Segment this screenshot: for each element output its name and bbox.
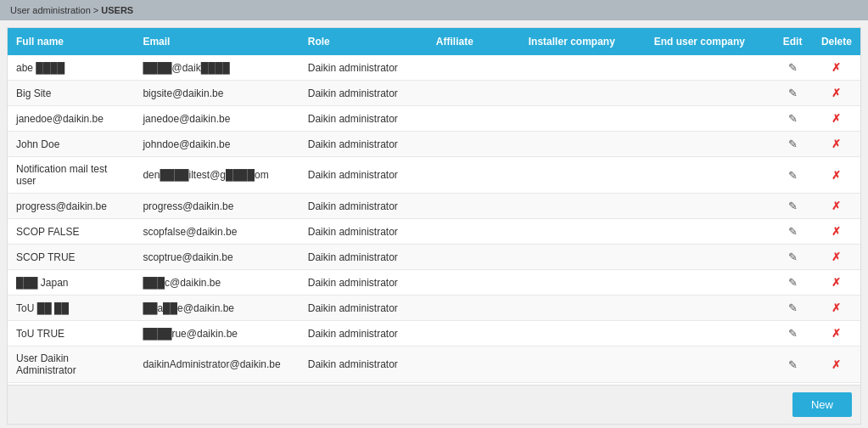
cell-affiliate <box>428 132 520 157</box>
table-row: ███ Japan███c@daikin.beDaikin administra… <box>8 270 860 296</box>
delete-icon[interactable]: ✗ <box>832 169 841 182</box>
cell-affiliate <box>428 106 520 132</box>
cell-role: Daikin administrator <box>300 321 428 346</box>
table-row: SCOP FALSEscopfalse@daikin.beDaikin admi… <box>8 219 860 245</box>
cell-installer <box>520 157 646 194</box>
cell-edit: ✎ <box>772 219 813 245</box>
cell-edit: ✎ <box>772 157 813 194</box>
delete-icon[interactable]: ✗ <box>832 251 841 263</box>
cell-enduser <box>646 194 773 219</box>
cell-email: progress@daikin.be <box>134 194 299 219</box>
table-header-row: Full name Email Role Affiliate Installer… <box>8 28 860 55</box>
cell-installer <box>520 55 646 81</box>
cell-role: Daikin administrator <box>300 194 428 219</box>
col-header-role: Role <box>300 28 428 55</box>
cell-role: Daikin administrator <box>300 157 428 194</box>
cell-edit: ✎ <box>772 194 813 219</box>
cell-affiliate <box>428 219 520 245</box>
cell-affiliate <box>428 55 520 81</box>
delete-icon[interactable]: ✗ <box>832 200 841 212</box>
cell-edit: ✎ <box>772 296 813 321</box>
edit-icon[interactable]: ✎ <box>788 112 798 125</box>
cell-edit: ✎ <box>772 270 813 296</box>
table-row: ToU TRUE████rue@daikin.beDaikin administ… <box>8 321 860 346</box>
cell-email: johndoe@daikin.be <box>134 132 299 157</box>
cell-role: Daikin administrator <box>300 245 428 270</box>
cell-delete: ✗ <box>813 194 860 219</box>
delete-icon[interactable]: ✗ <box>832 301 841 314</box>
table-row: abe ████████@daik████Daikin administrato… <box>8 55 860 81</box>
cell-affiliate <box>428 245 520 270</box>
delete-icon[interactable]: ✗ <box>832 87 841 99</box>
cell-enduser <box>646 219 773 245</box>
col-header-delete: Delete <box>813 28 860 55</box>
edit-icon[interactable]: ✎ <box>788 327 798 340</box>
cell-edit: ✎ <box>772 55 813 81</box>
table-row: User Daikin AdministratordaikinAdministr… <box>8 346 860 383</box>
cell-enduser <box>646 270 773 296</box>
cell-enduser <box>646 132 773 157</box>
edit-icon[interactable]: ✎ <box>788 358 798 371</box>
cell-affiliate <box>428 81 520 106</box>
cell-installer <box>520 245 646 270</box>
edit-icon[interactable]: ✎ <box>788 225 798 238</box>
col-header-fullname: Full name <box>8 28 134 55</box>
cell-role: Daikin administrator <box>300 346 428 383</box>
cell-installer <box>520 219 646 245</box>
delete-icon[interactable]: ✗ <box>832 138 841 150</box>
table-wrapper: Full name Email Role Affiliate Installer… <box>8 28 860 385</box>
delete-icon[interactable]: ✗ <box>832 112 841 125</box>
new-button[interactable]: New <box>792 392 852 417</box>
cell-email: daikinAdministrator@daikin.be <box>134 346 299 383</box>
table-row: ToU ██ ████a██e@daikin.beDaikin administ… <box>8 296 860 321</box>
cell-installer <box>520 383 646 386</box>
cell-fullname: ███ Japan <box>8 270 134 296</box>
edit-icon[interactable]: ✎ <box>788 251 798 263</box>
cell-role: Daikin affiliate <box>300 383 428 386</box>
cell-role: Daikin administrator <box>300 219 428 245</box>
delete-icon[interactable]: ✗ <box>832 61 841 74</box>
edit-icon[interactable]: ✎ <box>788 169 798 182</box>
cell-enduser <box>646 106 773 132</box>
cell-fullname: SCOP FALSE <box>8 219 134 245</box>
cell-enduser <box>646 55 773 81</box>
cell-email: daikinAffiliate@daikin.be <box>134 383 299 386</box>
cell-fullname: ToU TRUE <box>8 321 134 346</box>
cell-edit: ✎ <box>772 106 813 132</box>
delete-icon[interactable]: ✗ <box>832 327 841 340</box>
delete-icon[interactable]: ✗ <box>832 358 841 371</box>
cell-installer <box>520 132 646 157</box>
cell-delete: ✗ <box>813 132 860 157</box>
cell-installer <box>520 270 646 296</box>
cell-edit: ✎ <box>772 321 813 346</box>
edit-icon[interactable]: ✎ <box>788 87 798 99</box>
edit-icon[interactable]: ✎ <box>788 138 798 150</box>
delete-icon[interactable]: ✗ <box>832 276 841 289</box>
edit-icon[interactable]: ✎ <box>788 200 798 212</box>
edit-icon[interactable]: ✎ <box>788 276 798 289</box>
table-row: User Daikin AffiliatedaikinAffiliate@dai… <box>8 383 860 386</box>
edit-icon[interactable]: ✎ <box>788 61 798 74</box>
cell-affiliate <box>428 321 520 346</box>
cell-email: ███c@daikin.be <box>134 270 299 296</box>
cell-affiliate: Affiliate A2 <box>428 383 520 386</box>
col-header-edit: Edit <box>772 28 813 55</box>
cell-fullname: ToU ██ ██ <box>8 296 134 321</box>
delete-icon[interactable]: ✗ <box>832 225 841 238</box>
cell-email: den████iltest@g████om <box>134 157 299 194</box>
users-table: Full name Email Role Affiliate Installer… <box>8 28 860 385</box>
cell-delete: ✗ <box>813 157 860 194</box>
cell-role: Daikin administrator <box>300 81 428 106</box>
cell-installer <box>520 81 646 106</box>
cell-delete: ✗ <box>813 296 860 321</box>
cell-delete: ✗ <box>813 270 860 296</box>
cell-installer <box>520 106 646 132</box>
table-row: janedoe@daikin.bejanedoe@daikin.beDaikin… <box>8 106 860 132</box>
cell-email: scopfalse@daikin.be <box>134 219 299 245</box>
cell-email: janedoe@daikin.be <box>134 106 299 132</box>
cell-affiliate <box>428 296 520 321</box>
edit-icon[interactable]: ✎ <box>788 301 798 314</box>
cell-edit: ✎ <box>772 383 813 386</box>
cell-enduser <box>646 346 773 383</box>
cell-affiliate <box>428 346 520 383</box>
